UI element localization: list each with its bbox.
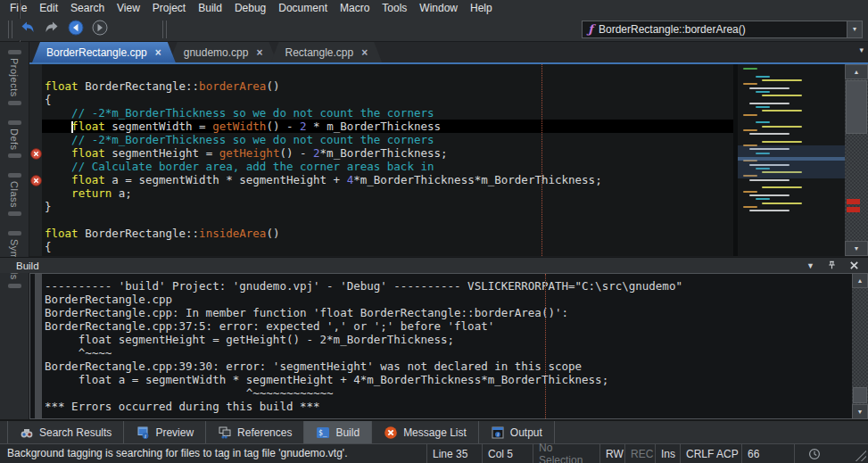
pin-icon[interactable]: [827, 260, 837, 270]
minimap-line: [749, 133, 789, 135]
code-line[interactable]: float BorderRectangle::borderArea(): [42, 79, 733, 93]
code-line[interactable]: {: [42, 93, 733, 106]
tab-close-icon[interactable]: ×: [155, 47, 161, 58]
tab-grip-icon: [8, 153, 21, 158]
tab-close-icon[interactable]: ×: [256, 47, 262, 58]
build-output-line[interactable]: BorderRectangle.cpp: In member function …: [45, 306, 852, 319]
editor-tab-borderrectangle-cpp[interactable]: BorderRectangle.cpp×: [32, 42, 176, 62]
close-icon[interactable]: [849, 260, 859, 270]
build-margin-line: [545, 274, 546, 418]
status-cell-line-35[interactable]: Line 35: [426, 444, 482, 463]
build-output-line[interactable]: ^~~~~~~~~~~~~: [45, 386, 852, 400]
menu-debug[interactable]: Debug: [228, 0, 272, 17]
editor-tab-rectangle-cpp[interactable]: Rectangle.cpp×: [271, 42, 383, 62]
output-tab-preview[interactable]: iPreview: [123, 421, 205, 443]
minimap-line: [762, 79, 802, 81]
output-tab-message-list[interactable]: Message List: [371, 421, 478, 443]
build-output[interactable]: ---------- 'build' Project: 'gnudemo.vpj…: [29, 273, 852, 419]
status-cell-ins[interactable]: Ins: [655, 444, 680, 463]
clock-icon: [808, 448, 821, 460]
editor-scrollbar[interactable]: ▲ ▼: [845, 64, 868, 256]
sidebar-tab-defs[interactable]: Defs: [8, 117, 21, 162]
build-output-line[interactable]: BorderRectangle.cpp:37:5: error: expecte…: [45, 319, 852, 333]
resize-grip-icon[interactable]: [856, 451, 866, 461]
toolbar-grip[interactable]: [8, 21, 12, 38]
minimap-line: [756, 106, 770, 108]
scroll-down-icon[interactable]: ▼: [845, 241, 868, 256]
menu-window[interactable]: Window: [413, 0, 464, 17]
editor-scroll-thumb[interactable]: [846, 80, 867, 134]
svg-text:$_: $_: [318, 429, 327, 437]
code-line[interactable]: float segmentHeight = getHeight() - 2*m_…: [42, 146, 733, 160]
build-scroll-thumb[interactable]: [853, 387, 867, 403]
code-line[interactable]: return a;: [42, 186, 733, 200]
menu-build[interactable]: Build: [192, 0, 228, 17]
menu-macro[interactable]: Macro: [334, 0, 376, 17]
status-alarm-cell[interactable]: [794, 444, 834, 463]
error-icon: [30, 147, 42, 159]
minimap-line: [743, 83, 757, 85]
scroll-up-icon[interactable]: ▲: [852, 273, 868, 288]
build-output-line[interactable]: ---------- 'build' Project: 'gnudemo.vpj…: [45, 279, 852, 293]
code-line[interactable]: // -2*m_BorderThickness so we do not cou…: [42, 133, 733, 146]
minimap-line: [756, 121, 770, 123]
minimap-viewport[interactable]: [738, 145, 845, 178]
minimap-line: [749, 210, 789, 211]
code-line[interactable]: [42, 213, 733, 227]
panel-menu-chevron-icon[interactable]: ▼: [806, 261, 814, 270]
menu-help[interactable]: Help: [464, 0, 499, 17]
status-cell-rw[interactable]: RW: [599, 444, 624, 463]
minimap-line: [749, 179, 789, 181]
code-line[interactable]: // Calculate border area, add the corner…: [42, 160, 733, 173]
build-scrollbar[interactable]: ▲ ▼: [852, 273, 868, 419]
code-line[interactable]: }: [42, 200, 733, 213]
undo-button[interactable]: [15, 19, 39, 40]
forward-icon: [91, 19, 109, 40]
tab-label: BorderRectangle.cpp: [46, 46, 147, 59]
build-output-line[interactable]: float segmentHeight = getHeight() - 2*m_…: [45, 333, 852, 346]
status-cell-rec[interactable]: REC: [624, 444, 655, 463]
status-cell-crlf-acp[interactable]: CRLF ACP: [680, 444, 741, 463]
code-editor[interactable]: float BorderRectangle::borderArea(){ // …: [29, 64, 868, 256]
symbol-combobox[interactable]: ƒ BorderRectangle::borderArea() ▾: [582, 21, 863, 38]
tab-list-chevron-icon[interactable]: ▾: [859, 45, 864, 54]
code-text-area[interactable]: float BorderRectangle::borderArea(){ // …: [42, 64, 733, 256]
code-line[interactable]: float a = segmentWidth * segmentHeight +…: [42, 173, 733, 186]
build-panel-header: Build ▼: [0, 257, 868, 273]
tab-label: gnudemo.cpp: [184, 46, 249, 59]
build-output-line[interactable]: *** Errors occurred during this build **…: [45, 400, 852, 413]
references-windows-icon: [218, 426, 232, 440]
menu-document[interactable]: Document: [272, 0, 334, 17]
minimap-line: [743, 191, 757, 193]
redo-button[interactable]: [39, 19, 63, 40]
code-line[interactable]: // -2*m_BorderThickness so we do not cou…: [42, 106, 733, 120]
symbol-combo-value: BorderRectangle::borderArea(): [599, 23, 847, 36]
editor-tab-bar: BorderRectangle.cpp×gnudemo.cpp×Rectangl…: [29, 42, 868, 62]
code-line[interactable]: float BorderRectangle::insideArea(): [42, 227, 733, 240]
combo-toolbar-grip[interactable]: [162, 21, 167, 38]
combo-dropdown-button[interactable]: ▾: [847, 21, 862, 37]
menu-tools[interactable]: Tools: [376, 0, 413, 17]
back-button[interactable]: [63, 19, 87, 40]
forward-button[interactable]: [87, 19, 112, 40]
status-cell-66[interactable]: 66: [741, 444, 794, 463]
build-output-line[interactable]: ^~~~~: [45, 346, 852, 360]
status-cell-col-5[interactable]: Col 5: [482, 444, 533, 463]
output-tab-references[interactable]: References: [205, 421, 303, 443]
output-tab-output[interactable]: iOutput: [478, 421, 555, 443]
sidebar-tab-class[interactable]: Class: [8, 169, 21, 219]
scroll-down-icon[interactable]: ▼: [852, 404, 868, 419]
editor-tab-gnudemo-cpp[interactable]: gnudemo.cpp×: [169, 42, 277, 62]
build-output-line[interactable]: BorderRectangle.cpp: [45, 293, 852, 306]
code-line[interactable]: float segmentWidth = getWidth() - 2 * m_…: [42, 120, 733, 133]
sidebar-tab-projects[interactable]: Projects: [8, 46, 21, 109]
scroll-up-icon[interactable]: ▲: [845, 64, 868, 79]
tab-close-icon[interactable]: ×: [361, 47, 368, 58]
code-line[interactable]: {: [42, 240, 733, 253]
minimap[interactable]: [738, 64, 845, 256]
output-tab-build[interactable]: $_Build: [303, 421, 371, 443]
output-tab-search-results[interactable]: Search Results: [7, 421, 123, 443]
build-output-line[interactable]: float a = segmentWidth * segmentHeight +…: [45, 373, 852, 386]
status-cell-no-selection[interactable]: No Selection: [533, 444, 599, 463]
build-output-line[interactable]: BorderRectangle.cpp:39:30: error: 'segme…: [45, 360, 852, 373]
